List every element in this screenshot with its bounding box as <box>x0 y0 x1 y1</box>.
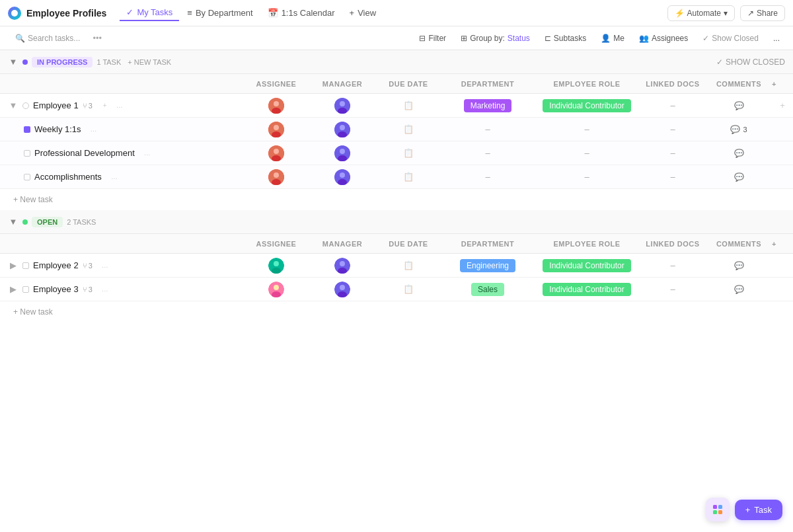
share-icon: ↗ <box>747 9 754 18</box>
svg-rect-40 <box>718 510 722 514</box>
task-name-cell: ▶ Employee 2 ⑂ 3 … <box>8 260 243 272</box>
duedate-cell: 📋 <box>375 100 441 110</box>
col-header-docs: LINKED DOCS <box>640 240 706 248</box>
share-button[interactable]: ↗ Share <box>740 5 785 21</box>
new-task-quick-in-progress[interactable]: + NEW TASK <box>125 57 174 67</box>
filter-button[interactable]: ⊟ Filter <box>414 32 451 45</box>
dept-cell: Marketing <box>441 99 534 112</box>
status-dot-open <box>22 219 28 225</box>
assignee-cell <box>243 282 309 297</box>
svg-point-2 <box>274 101 279 106</box>
assignee-avatar <box>268 145 284 161</box>
automate-button[interactable]: ⚡ Automate ▾ <box>667 5 735 21</box>
col-header-duedate: DUE DATE <box>375 80 441 88</box>
role-cell: – <box>534 124 640 134</box>
show-closed-in-progress[interactable]: ✓ SHOW CLOSED <box>716 57 785 67</box>
svg-point-14 <box>274 149 279 154</box>
tab-calendar[interactable]: 📅 1:1s Calendar <box>261 5 342 21</box>
subtask-icon: ⑂ <box>83 285 87 293</box>
assignees-button[interactable]: 👥 Assignees <box>634 32 693 45</box>
group-header-in-progress: ▼ IN PROGRESS 1 TASK + NEW TASK ✓ SHOW C… <box>0 50 793 74</box>
manager-avatar <box>334 122 350 137</box>
more-options-icon[interactable]: ••• <box>93 33 102 43</box>
task-more-btn[interactable]: … <box>99 284 111 295</box>
table-row[interactable]: ▶ Employee 2 ⑂ 3 … <box>0 254 793 278</box>
table-row[interactable]: ▼ Employee 1 ⑂ 3 + … <box>0 94 793 118</box>
check-icon: ✓ <box>702 34 709 43</box>
expand-icon[interactable]: ▼ <box>8 100 19 111</box>
column-headers-open: ASSIGNEE MANAGER DUE DATE DEPARTMENT EMP… <box>0 234 793 254</box>
status-dot-in-progress <box>22 59 28 65</box>
calendar-icon: 📋 <box>403 284 414 294</box>
col-header-comments: COMMENTS <box>706 240 772 248</box>
table-row[interactable]: ▶ Employee 3 ⑂ 3 … <box>0 278 793 301</box>
table-row[interactable]: Weekly 1:1s … 📋 – – – � <box>0 118 793 141</box>
status-badge-open[interactable]: OPEN <box>32 217 63 227</box>
add-task-fab[interactable]: + Task <box>735 500 782 520</box>
task-more-btn[interactable]: … <box>141 147 153 159</box>
docs-cell: – <box>640 284 706 294</box>
duedate-cell: 📋 <box>375 260 441 270</box>
task-square <box>24 174 30 180</box>
duedate-cell: 📋 <box>375 172 441 182</box>
subtasks-button[interactable]: ⊏ Subtasks <box>539 32 591 45</box>
task-more-btn[interactable]: … <box>108 171 120 183</box>
subtask-count: ⑂ 3 <box>83 102 93 110</box>
comments-cell: 💬 <box>706 149 772 158</box>
fab-area: + Task <box>706 498 782 521</box>
group-toggle-open[interactable]: ▼ <box>8 217 19 227</box>
task-square <box>22 262 29 269</box>
show-closed-button[interactable]: ✓ Show Closed <box>697 32 764 45</box>
col-header-add[interactable]: + <box>772 240 793 248</box>
expand-icon[interactable]: ▶ <box>8 284 19 295</box>
comments-cell: 💬 3 <box>706 125 772 134</box>
new-task-button-open[interactable]: + New task <box>0 301 793 323</box>
tab-my-tasks[interactable]: ✓ My Tasks <box>120 5 179 21</box>
nav-tabs: ✓ My Tasks ≡ By Department 📅 1:1s Calend… <box>120 5 383 21</box>
task-more-btn[interactable]: … <box>114 100 126 112</box>
group-by-button[interactable]: ⊞ Group by: Status <box>455 32 535 45</box>
assignee-cell <box>243 258 309 274</box>
table-row[interactable]: Accomplishments … 📋 – – – <box>0 165 793 189</box>
task-more-btn[interactable]: … <box>88 124 100 135</box>
manager-avatar <box>334 145 350 161</box>
row-add-btn[interactable]: + <box>772 100 793 110</box>
subtask-count: ⑂ 3 <box>83 285 93 293</box>
svg-point-8 <box>274 125 279 130</box>
comment-count: 3 <box>743 126 747 133</box>
toolbar: 🔍 Search tasks... ••• ⊟ Filter ⊞ Group b… <box>0 26 793 50</box>
toolbar-right: ⊟ Filter ⊞ Group by: Status ⊏ Subtasks 👤… <box>414 32 785 45</box>
topbar: Employee Profiles ✓ My Tasks ≡ By Depart… <box>0 0 793 26</box>
task-actions: … <box>108 171 120 183</box>
task-name-cell: ▶ Employee 3 ⑂ 3 … <box>8 284 243 295</box>
comment-icon: 💬 <box>734 101 744 110</box>
col-header-add[interactable]: + <box>772 80 793 88</box>
status-badge-in-progress[interactable]: IN PROGRESS <box>32 57 93 67</box>
calendar-icon: 📋 <box>403 260 414 270</box>
new-task-button-in-progress[interactable]: + New task <box>0 189 793 210</box>
manager-avatar <box>334 98 350 114</box>
fab-secondary-button[interactable] <box>706 498 730 521</box>
tab-by-department[interactable]: ≡ By Department <box>180 5 259 21</box>
more-toolbar-button[interactable]: ... <box>768 32 785 45</box>
task-name: Professional Development <box>34 148 135 158</box>
search-input[interactable]: 🔍 Search tasks... <box>8 30 87 46</box>
dept-badge: Marketing <box>464 99 512 112</box>
expand-icon[interactable]: ▶ <box>8 260 19 271</box>
check-icon: ✓ <box>126 7 133 17</box>
manager-cell <box>309 169 375 185</box>
col-header-role: EMPLOYEE ROLE <box>534 80 640 88</box>
role-cell: – <box>534 148 640 158</box>
table-row[interactable]: Professional Development … 📋 – – – <box>0 141 793 165</box>
add-subtask-btn[interactable]: + <box>99 100 111 112</box>
task-count-in-progress: 1 TASK <box>96 58 121 66</box>
svg-point-11 <box>340 125 345 130</box>
group-toggle-in-progress[interactable]: ▼ <box>8 57 19 67</box>
manager-avatar <box>334 282 350 297</box>
me-button[interactable]: 👤 Me <box>595 32 630 45</box>
filter-icon: ⊟ <box>419 34 426 43</box>
duedate-cell: 📋 <box>375 148 441 158</box>
tab-view[interactable]: + View <box>343 5 383 21</box>
app-title: Employee Profiles <box>26 8 106 19</box>
task-more-btn[interactable]: … <box>99 260 111 272</box>
